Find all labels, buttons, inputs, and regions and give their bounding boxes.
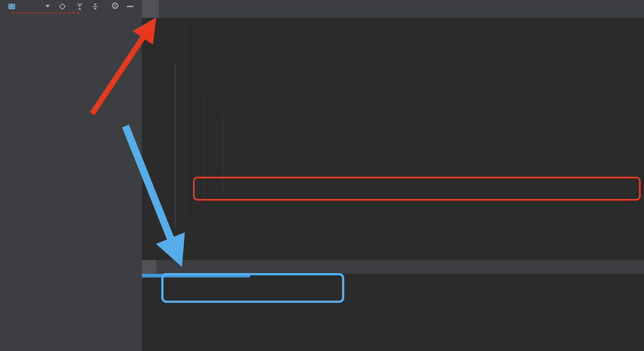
bottom-tab-bar [142,260,644,274]
chevron-down-icon[interactable] [45,5,50,7]
locate-icon[interactable] [59,3,66,10]
expand-all-icon[interactable] [76,3,83,10]
toolbar-error-underline [12,12,81,13]
tab-proguard-rules[interactable] [142,260,156,274]
project-view-icon[interactable] [8,3,15,10]
gear-icon[interactable]: ⚙ [111,0,119,12]
active-tab-indicator [142,274,250,277]
code-area-proguard-rules[interactable] [142,277,644,351]
collapse-all-icon[interactable] [91,3,99,10]
breadcrumb [142,247,644,260]
hide-panel-icon[interactable] [127,6,133,7]
top-tab-bar [142,0,644,18]
ide-window: { "colors": { "panel_bg": "#3c3f41", "ed… [0,0,644,351]
toolbar-divider [106,3,107,10]
tab-build-gradle[interactable] [142,0,159,18]
indent-guide [223,112,223,192]
gutter-separator [166,277,166,351]
indent-guide [186,18,186,219]
fold-guide-line [175,65,176,226]
project-panel: ⚙ [0,0,142,351]
indent-guide [204,99,205,206]
editor-build-gradle [142,0,644,247]
code-area-build-gradle[interactable] [142,18,644,247]
project-toolbar: ⚙ [0,0,142,13]
gutter-separator [179,18,179,247]
red-annotation-box [193,177,641,201]
